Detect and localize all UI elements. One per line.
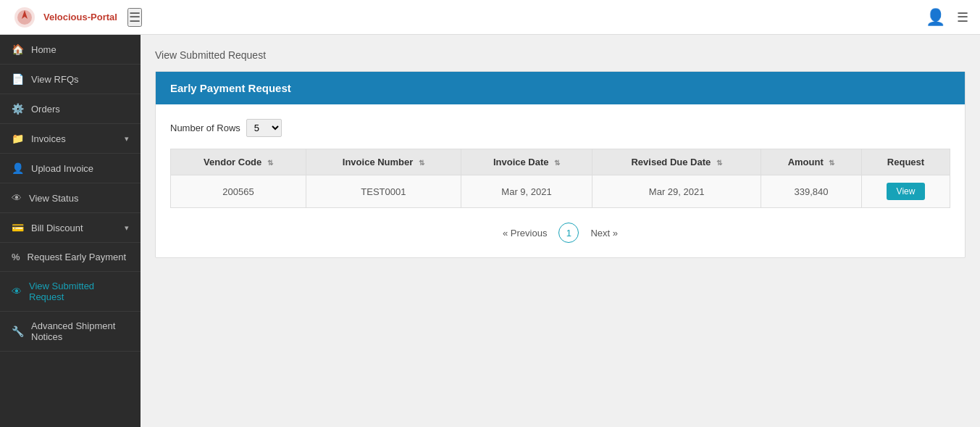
main-content: View Submitted Request Early Payment Req… [141,35,980,427]
header-right: 👤 ☰ [926,8,968,27]
sidebar-item-view-submitted-request[interactable]: 👁 View Submitted Request [0,272,141,312]
early-payment-card: Early Payment Request Number of Rows 5 1… [155,71,966,258]
logo-text: Velocious-Portal [43,12,117,22]
sort-icon-invoice: ⇅ [419,159,424,167]
percent-icon: % [12,252,20,262]
col-revised-due-date-label: Revised Due Date [631,157,711,167]
sidebar-item-upload-invoice[interactable]: 👤 Upload Invoice [0,154,141,183]
layout: 🏠 Home 📄 View RFQs ⚙️ Orders 📁 Invoices … [0,35,980,427]
sort-icon-revised: ⇅ [716,159,722,167]
chevron-down-icon-2: ▾ [125,223,129,233]
sidebar-item-orders[interactable]: ⚙️ Orders [0,94,141,124]
chevron-down-icon: ▾ [125,134,129,144]
col-amount-label: Amount [788,157,824,167]
eye-icon-2: 👁 [12,286,22,297]
rows-control: Number of Rows 5 10 25 50 [170,119,950,137]
prev-button[interactable]: « Previous [497,225,553,241]
table-header-row: Vendor Code ⇅ Invoice Number ⇅ Invoice D… [171,149,950,175]
cell-request: View [861,175,950,208]
wrench-icon: 🔧 [12,326,24,337]
sort-icon-date: ⇅ [554,159,560,167]
sidebar-item-invoices[interactable]: 📁 Invoices ▾ [0,124,141,154]
col-vendor-code-label: Vendor Code [204,157,261,167]
cell-invoice-number: TEST0001 [306,175,461,208]
top-header: Velocious-Portal ☰ 👤 ☰ [0,0,980,35]
logo-icon [12,6,38,29]
sidebar-label-advanced-shipment-notices: Advanced Shipment Notices [31,320,129,342]
cell-amount: 339,840 [761,175,862,208]
sort-icon-amount: ⇅ [829,159,834,167]
sidebar-item-advanced-shipment-notices[interactable]: 🔧 Advanced Shipment Notices [0,312,141,352]
rows-label: Number of Rows [170,123,240,133]
sidebar: 🏠 Home 📄 View RFQs ⚙️ Orders 📁 Invoices … [0,35,141,427]
card-body: Number of Rows 5 10 25 50 Vendor Code [156,104,965,257]
menu-icon: ☰ [957,10,968,25]
sidebar-item-view-status[interactable]: 👁 View Status [0,183,141,213]
user-icon-button[interactable]: 👤 [926,8,945,27]
col-request-label: Request [887,157,924,167]
sidebar-label-invoices: Invoices [31,133,117,144]
card-header: Early Payment Request [156,72,965,104]
header-menu-button[interactable]: ☰ [957,9,968,25]
page-number-1[interactable]: 1 [558,223,579,243]
cell-invoice-date: Mar 9, 2021 [461,175,592,208]
folder-icon: 📁 [12,133,24,144]
col-amount[interactable]: Amount ⇅ [761,149,862,175]
document-icon: 📄 [12,73,24,85]
sidebar-label-view-submitted-request: View Submitted Request [29,281,129,302]
col-vendor-code[interactable]: Vendor Code ⇅ [171,149,306,175]
col-invoice-date-label: Invoice Date [493,157,549,167]
gear-icon: ⚙️ [12,103,24,115]
cell-revised-due-date: Mar 29, 2021 [592,175,761,208]
header-left: Velocious-Portal ☰ [12,6,142,29]
rows-select[interactable]: 5 10 25 50 [246,119,282,137]
upload-icon: 👤 [12,162,24,174]
eye-icon: 👁 [12,192,22,204]
table-row: 200565 TEST0001 Mar 9, 2021 Mar 29, 2021… [171,175,950,208]
view-button[interactable]: View [887,183,926,200]
sidebar-label-request-early-payment: Request Early Payment [28,252,129,262]
sidebar-label-orders: Orders [31,104,129,115]
pagination: « Previous 1 Next » [170,223,950,243]
home-icon: 🏠 [12,43,24,55]
col-revised-due-date[interactable]: Revised Due Date ⇅ [592,149,761,175]
sidebar-item-bill-discount[interactable]: 💳 Bill Discount ▾ [0,213,141,243]
col-invoice-number-label: Invoice Number [343,157,414,167]
cell-vendor-code: 200565 [171,175,306,208]
col-invoice-date[interactable]: Invoice Date ⇅ [461,149,592,175]
sidebar-label-view-rfqs: View RFQs [31,74,129,85]
sidebar-label-home: Home [31,44,129,55]
sidebar-item-request-early-payment[interactable]: % Request Early Payment [0,243,141,272]
sidebar-label-upload-invoice: Upload Invoice [31,163,129,174]
data-table: Vendor Code ⇅ Invoice Number ⇅ Invoice D… [170,149,950,208]
sidebar-label-bill-discount: Bill Discount [31,223,117,233]
card-icon: 💳 [12,222,24,233]
sidebar-label-view-status: View Status [29,193,129,204]
logo-area: Velocious-Portal [12,6,117,29]
sidebar-item-view-rfqs[interactable]: 📄 View RFQs [0,65,141,94]
sidebar-item-home[interactable]: 🏠 Home [0,35,141,65]
col-request: Request [861,149,950,175]
hamburger-button[interactable]: ☰ [127,8,142,27]
page-title: View Submitted Request [155,49,966,61]
next-button[interactable]: Next » [585,225,624,241]
user-icon: 👤 [926,8,945,26]
col-invoice-number[interactable]: Invoice Number ⇅ [306,149,461,175]
sort-icon-vendor: ⇅ [267,159,273,167]
